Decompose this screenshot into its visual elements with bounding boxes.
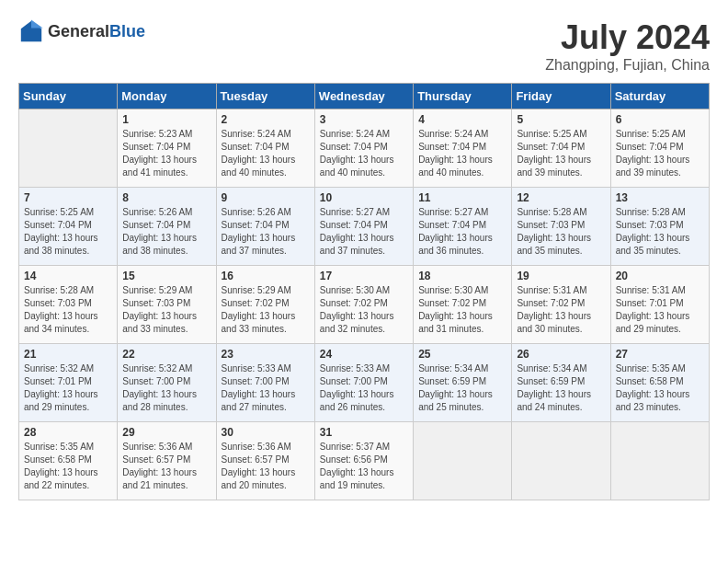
day-number: 30	[222, 426, 310, 439]
calendar-cell: 5Sunrise: 5:25 AMSunset: 7:04 PMDaylight…	[512, 109, 610, 188]
cell-sun-info: Sunrise: 5:33 AMSunset: 7:00 PMDaylight:…	[222, 362, 310, 414]
day-number: 11	[418, 191, 506, 204]
day-number: 22	[122, 348, 210, 361]
day-number: 27	[616, 348, 704, 361]
calendar-cell: 16Sunrise: 5:29 AMSunset: 7:02 PMDayligh…	[216, 266, 314, 344]
calendar-cell: 6Sunrise: 5:25 AMSunset: 7:04 PMDaylight…	[610, 109, 709, 188]
cell-sun-info: Sunrise: 5:34 AMSunset: 6:59 PMDaylight:…	[517, 362, 605, 414]
cell-sun-info: Sunrise: 5:29 AMSunset: 7:03 PMDaylight:…	[122, 284, 210, 336]
calendar-cell: 23Sunrise: 5:33 AMSunset: 7:00 PMDayligh…	[216, 344, 314, 422]
weekday-header-row: SundayMondayTuesdayWednesdayThursdayFrid…	[19, 84, 710, 109]
calendar-cell: 4Sunrise: 5:24 AMSunset: 7:04 PMDaylight…	[414, 109, 512, 188]
cell-sun-info: Sunrise: 5:37 AMSunset: 6:56 PMDaylight:…	[320, 441, 408, 492]
calendar-cell: 1Sunrise: 5:23 AMSunset: 7:04 PMDaylight…	[118, 109, 216, 188]
day-number: 8	[122, 191, 210, 204]
calendar-cell: 17Sunrise: 5:30 AMSunset: 7:02 PMDayligh…	[314, 266, 413, 344]
day-number: 1	[122, 113, 210, 126]
calendar-cell: 2Sunrise: 5:24 AMSunset: 7:04 PMDaylight…	[216, 109, 314, 188]
calendar-cell	[610, 422, 709, 500]
calendar-cell: 24Sunrise: 5:33 AMSunset: 7:00 PMDayligh…	[314, 344, 413, 422]
day-number: 2	[222, 113, 310, 126]
weekday-header-friday: Friday	[512, 84, 610, 109]
calendar-cell: 25Sunrise: 5:34 AMSunset: 6:59 PMDayligh…	[414, 344, 512, 422]
calendar-cell: 31Sunrise: 5:37 AMSunset: 6:56 PMDayligh…	[314, 422, 413, 500]
page-header: GeneralBlue July 2024 Zhangping, Fujian,…	[18, 18, 710, 74]
cell-sun-info: Sunrise: 5:35 AMSunset: 6:58 PMDaylight:…	[24, 441, 112, 492]
calendar-cell: 20Sunrise: 5:31 AMSunset: 7:01 PMDayligh…	[610, 266, 709, 344]
cell-sun-info: Sunrise: 5:32 AMSunset: 7:01 PMDaylight:…	[24, 362, 112, 414]
cell-sun-info: Sunrise: 5:27 AMSunset: 7:04 PMDaylight:…	[418, 206, 506, 258]
week-row-3: 14Sunrise: 5:28 AMSunset: 7:03 PMDayligh…	[19, 266, 710, 344]
day-number: 21	[24, 348, 112, 361]
calendar-cell: 18Sunrise: 5:30 AMSunset: 7:02 PMDayligh…	[414, 266, 512, 344]
calendar-cell: 13Sunrise: 5:28 AMSunset: 7:03 PMDayligh…	[610, 188, 709, 266]
weekday-header-sunday: Sunday	[19, 84, 118, 109]
location: Zhangping, Fujian, China	[545, 57, 710, 74]
calendar-cell: 19Sunrise: 5:31 AMSunset: 7:02 PMDayligh…	[512, 266, 610, 344]
calendar-cell	[414, 422, 512, 500]
logo-blue-text: Blue	[109, 22, 145, 40]
week-row-1: 1Sunrise: 5:23 AMSunset: 7:04 PMDaylight…	[19, 109, 710, 188]
weekday-header-thursday: Thursday	[414, 84, 512, 109]
cell-sun-info: Sunrise: 5:25 AMSunset: 7:04 PMDaylight:…	[517, 128, 605, 179]
calendar-cell: 21Sunrise: 5:32 AMSunset: 7:01 PMDayligh…	[19, 344, 118, 422]
cell-sun-info: Sunrise: 5:25 AMSunset: 7:04 PMDaylight:…	[24, 206, 112, 258]
day-number: 10	[320, 191, 408, 204]
cell-sun-info: Sunrise: 5:31 AMSunset: 7:01 PMDaylight:…	[616, 284, 704, 336]
calendar-cell: 8Sunrise: 5:26 AMSunset: 7:04 PMDaylight…	[118, 188, 216, 266]
day-number: 14	[24, 270, 112, 282]
cell-sun-info: Sunrise: 5:30 AMSunset: 7:02 PMDaylight:…	[418, 284, 506, 336]
day-number: 28	[24, 426, 112, 439]
cell-sun-info: Sunrise: 5:28 AMSunset: 7:03 PMDaylight:…	[24, 284, 112, 336]
weekday-header-monday: Monday	[118, 84, 216, 109]
calendar-table: SundayMondayTuesdayWednesdayThursdayFrid…	[18, 83, 710, 500]
weekday-header-tuesday: Tuesday	[216, 84, 314, 109]
day-number: 18	[418, 270, 506, 282]
cell-sun-info: Sunrise: 5:24 AMSunset: 7:04 PMDaylight:…	[222, 128, 310, 179]
cell-sun-info: Sunrise: 5:36 AMSunset: 6:57 PMDaylight:…	[222, 441, 310, 492]
cell-sun-info: Sunrise: 5:27 AMSunset: 7:04 PMDaylight:…	[320, 206, 408, 258]
day-number: 26	[517, 348, 605, 361]
calendar-cell: 28Sunrise: 5:35 AMSunset: 6:58 PMDayligh…	[19, 422, 118, 500]
cell-sun-info: Sunrise: 5:31 AMSunset: 7:02 PMDaylight:…	[517, 284, 605, 336]
calendar-cell	[512, 422, 610, 500]
svg-marker-1	[31, 19, 43, 28]
month-title: July 2024	[545, 18, 710, 57]
cell-sun-info: Sunrise: 5:25 AMSunset: 7:04 PMDaylight:…	[616, 128, 704, 179]
calendar-cell: 26Sunrise: 5:34 AMSunset: 6:59 PMDayligh…	[512, 344, 610, 422]
week-row-5: 28Sunrise: 5:35 AMSunset: 6:58 PMDayligh…	[19, 422, 710, 500]
calendar-cell: 12Sunrise: 5:28 AMSunset: 7:03 PMDayligh…	[512, 188, 610, 266]
calendar-cell	[19, 109, 118, 188]
weekday-header-wednesday: Wednesday	[314, 84, 413, 109]
day-number: 9	[222, 191, 310, 204]
day-number: 3	[320, 113, 408, 126]
cell-sun-info: Sunrise: 5:26 AMSunset: 7:04 PMDaylight:…	[122, 206, 210, 258]
calendar-cell: 29Sunrise: 5:36 AMSunset: 6:57 PMDayligh…	[118, 422, 216, 500]
title-block: July 2024 Zhangping, Fujian, China	[545, 18, 710, 74]
day-number: 7	[24, 191, 112, 204]
day-number: 12	[517, 191, 605, 204]
logo: GeneralBlue	[18, 18, 145, 44]
cell-sun-info: Sunrise: 5:24 AMSunset: 7:04 PMDaylight:…	[418, 128, 506, 179]
calendar-cell: 15Sunrise: 5:29 AMSunset: 7:03 PMDayligh…	[118, 266, 216, 344]
cell-sun-info: Sunrise: 5:30 AMSunset: 7:02 PMDaylight:…	[320, 284, 408, 336]
cell-sun-info: Sunrise: 5:26 AMSunset: 7:04 PMDaylight:…	[222, 206, 310, 258]
day-number: 25	[418, 348, 506, 361]
cell-sun-info: Sunrise: 5:35 AMSunset: 6:58 PMDaylight:…	[616, 362, 704, 414]
cell-sun-info: Sunrise: 5:36 AMSunset: 6:57 PMDaylight:…	[122, 441, 210, 492]
day-number: 16	[222, 270, 310, 282]
cell-sun-info: Sunrise: 5:32 AMSunset: 7:00 PMDaylight:…	[122, 362, 210, 414]
day-number: 23	[222, 348, 310, 361]
cell-sun-info: Sunrise: 5:28 AMSunset: 7:03 PMDaylight:…	[517, 206, 605, 258]
calendar-cell: 30Sunrise: 5:36 AMSunset: 6:57 PMDayligh…	[216, 422, 314, 500]
cell-sun-info: Sunrise: 5:24 AMSunset: 7:04 PMDaylight:…	[320, 128, 408, 179]
calendar-cell: 9Sunrise: 5:26 AMSunset: 7:04 PMDaylight…	[216, 188, 314, 266]
calendar-cell: 11Sunrise: 5:27 AMSunset: 7:04 PMDayligh…	[414, 188, 512, 266]
day-number: 6	[616, 113, 704, 126]
calendar-cell: 14Sunrise: 5:28 AMSunset: 7:03 PMDayligh…	[19, 266, 118, 344]
weekday-header-saturday: Saturday	[610, 84, 709, 109]
cell-sun-info: Sunrise: 5:29 AMSunset: 7:02 PMDaylight:…	[222, 284, 310, 336]
week-row-2: 7Sunrise: 5:25 AMSunset: 7:04 PMDaylight…	[19, 188, 710, 266]
day-number: 17	[320, 270, 408, 282]
calendar-cell: 3Sunrise: 5:24 AMSunset: 7:04 PMDaylight…	[314, 109, 413, 188]
